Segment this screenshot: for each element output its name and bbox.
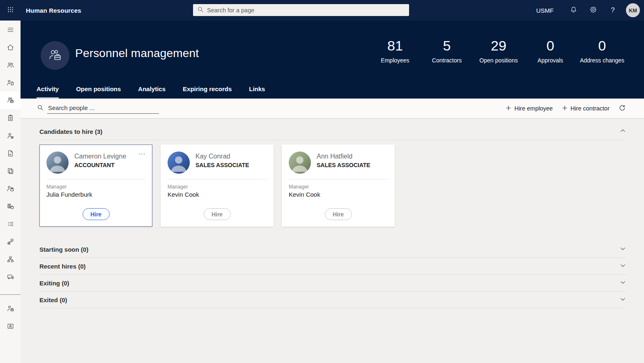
sidebar-item-person-document[interactable] (0, 74, 21, 92)
list-icon (7, 220, 14, 228)
manager-name: Kevin Cook (289, 191, 388, 198)
candidate-name: Ann Hatfield (317, 153, 370, 160)
person-card-icon (7, 322, 14, 330)
tab-analytics[interactable]: Analytics (138, 85, 166, 99)
workspace-tabs: Activity Open positions Analytics Expiri… (37, 85, 265, 99)
search-icon (197, 6, 204, 14)
section-starting-soon[interactable]: Starting soon (0) (39, 241, 626, 258)
candidate-photo (289, 152, 311, 174)
collapsed-sections: Starting soon (0) Recent hires (0) Exiti… (39, 241, 626, 308)
section-exiting[interactable]: Exiting (0) (39, 275, 626, 292)
shield-chat-icon (7, 273, 14, 281)
people-search-box (37, 99, 159, 118)
stat-employees[interactable]: 81 Employees (369, 38, 421, 64)
person-briefcase-icon (7, 305, 14, 312)
stat-contractors[interactable]: 5 Contractors (421, 38, 473, 64)
page-title: Personnel management (75, 47, 199, 60)
sidebar-item-clipboard[interactable] (0, 109, 21, 127)
sidebar-item-documents[interactable] (0, 162, 21, 180)
candidate-role: SALES ASSOCIATE (196, 162, 249, 168)
hire-contractor-button[interactable]: Hire contractor (562, 105, 610, 112)
app-launcher-button[interactable] (0, 0, 21, 21)
manager-name: Julia Funderburk (46, 191, 145, 198)
candidate-role: SALES ASSOCIATE (317, 162, 370, 168)
waffle-icon (7, 6, 14, 14)
page-search-box (193, 4, 409, 16)
hire-button[interactable]: Hire (325, 208, 352, 220)
home-icon (7, 44, 14, 51)
tab-links[interactable]: Links (249, 85, 265, 99)
user-avatar[interactable]: KM (626, 3, 640, 17)
manager-name: Kevin Cook (168, 191, 267, 198)
tab-activity[interactable]: Activity (37, 85, 59, 99)
manager-label: Manager (46, 184, 145, 190)
help-button[interactable]: ? (603, 0, 623, 21)
tab-expiring-records[interactable]: Expiring records (183, 85, 232, 99)
candidate-card-cameron-levigne[interactable]: Cameron Levigne ACCOUNTANT … Manager Jul… (39, 145, 152, 227)
chevron-down-icon[interactable] (620, 246, 626, 253)
candidate-role: ACCOUNTANT (74, 162, 126, 168)
search-icon (37, 104, 44, 113)
section-exited[interactable]: Exited (0) (39, 292, 626, 308)
hire-button[interactable]: Hire (83, 208, 110, 220)
clipboard-icon (7, 114, 14, 122)
sidebar-item-person-briefcase[interactable] (0, 300, 21, 317)
chevron-up-icon[interactable] (620, 128, 626, 136)
bell-icon (570, 6, 577, 15)
people-icon (7, 61, 14, 69)
stat-open-positions[interactable]: 29 Open positions (473, 38, 524, 64)
hire-button[interactable]: Hire (204, 208, 231, 220)
candidate-cards: Cameron Levigne ACCOUNTANT … Manager Jul… (39, 145, 626, 227)
sidebar-item-home[interactable] (0, 39, 21, 56)
sidebar-item-cards-briefcase[interactable] (0, 198, 21, 215)
personnel-management-icon (41, 41, 69, 70)
plus-icon (562, 105, 568, 112)
card-divider (168, 179, 267, 179)
candidate-card-ann-hatfield[interactable]: Ann Hatfield SALES ASSOCIATE Manager Kev… (282, 145, 395, 227)
sidebar-item-shield-chat[interactable] (0, 268, 21, 286)
settings-button[interactable] (583, 0, 603, 21)
sidebar-item-document-signature[interactable] (0, 145, 21, 162)
more-options-icon[interactable]: … (138, 148, 146, 156)
stat-approvals[interactable]: 0 Approvals (524, 38, 576, 64)
sidebar-item-people-briefcase[interactable] (0, 92, 21, 109)
people-search-input[interactable] (47, 103, 159, 114)
chevron-down-icon[interactable] (620, 296, 626, 304)
sidebar-item-person-card[interactable] (0, 317, 21, 335)
org-chart-icon (7, 255, 14, 263)
sidebar-item-person-block[interactable] (0, 127, 21, 145)
refresh-button[interactable] (619, 104, 626, 113)
sidebar-item-people-group[interactable] (0, 180, 21, 198)
activity-content: Candidates to hire (3) Cameron Levigne A… (21, 119, 644, 363)
card-divider (46, 179, 145, 179)
section-candidates-to-hire[interactable]: Candidates to hire (3) (39, 128, 626, 140)
menu-icon (7, 26, 14, 34)
sidebar-item-org-chart[interactable] (0, 250, 21, 268)
sidebar-item-menu[interactable] (0, 21, 21, 39)
person-block-icon (7, 132, 14, 140)
candidate-card-kay-conrad[interactable]: Kay Conrad SALES ASSOCIATE Manager Kevin… (161, 145, 274, 227)
sidebar-item-org-check[interactable] (0, 233, 21, 250)
sidebar-item-list[interactable] (0, 215, 21, 233)
stat-address-changes[interactable]: 0 Address changes (576, 38, 628, 64)
action-toolbar: Hire employee Hire contractor (21, 99, 644, 119)
page-search-input[interactable] (207, 7, 405, 14)
workspace-header: Personnel management 81 Employees 5 Cont… (21, 21, 644, 99)
section-recent-hires[interactable]: Recent hires (0) (39, 258, 626, 275)
refresh-icon (619, 104, 626, 113)
sidebar-divider (0, 294, 21, 295)
company-selector[interactable]: USMF (536, 7, 560, 14)
chevron-down-icon[interactable] (620, 262, 626, 270)
hire-employee-button[interactable]: Hire employee (506, 105, 553, 112)
people-briefcase-icon (7, 96, 14, 104)
plus-icon (506, 105, 511, 112)
manager-label: Manager (168, 184, 267, 190)
topbar-right-cluster: USMF ? KM (536, 0, 640, 21)
sidebar-item-people[interactable] (0, 56, 21, 74)
people-group-icon (7, 185, 14, 193)
notifications-button[interactable] (564, 0, 583, 21)
chevron-down-icon[interactable] (620, 279, 626, 287)
card-divider (289, 179, 388, 179)
tab-open-positions[interactable]: Open positions (76, 85, 121, 99)
person-document-icon (7, 79, 14, 87)
